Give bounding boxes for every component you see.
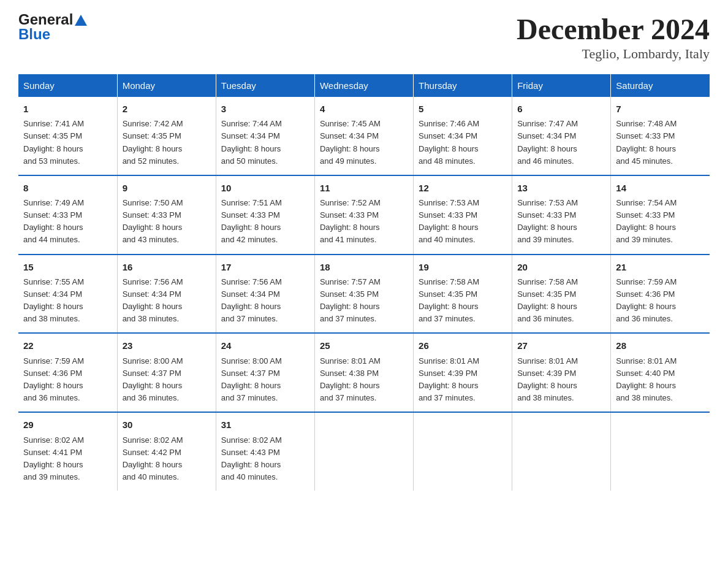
calendar-table: SundayMondayTuesdayWednesdayThursdayFrid… xyxy=(18,74,710,491)
calendar-cell: 20Sunrise: 7:58 AM Sunset: 4:35 PM Dayli… xyxy=(512,255,611,334)
day-content: Sunrise: 7:58 AM Sunset: 4:35 PM Dayligh… xyxy=(419,276,507,326)
day-content: Sunrise: 8:01 AM Sunset: 4:39 PM Dayligh… xyxy=(419,355,507,405)
day-content: Sunrise: 8:02 AM Sunset: 4:42 PM Dayligh… xyxy=(123,434,211,484)
calendar-cell: 24Sunrise: 8:00 AM Sunset: 4:37 PM Dayli… xyxy=(216,333,314,412)
calendar-cell: 6Sunrise: 7:47 AM Sunset: 4:34 PM Daylig… xyxy=(512,97,611,175)
day-number: 11 xyxy=(320,181,408,195)
header-cell-thursday: Thursday xyxy=(414,74,512,97)
logo-general: General xyxy=(18,12,87,27)
day-number: 20 xyxy=(517,260,605,274)
calendar-cell xyxy=(611,412,710,491)
day-number: 4 xyxy=(320,102,408,116)
calendar-week-4: 22Sunrise: 7:59 AM Sunset: 4:36 PM Dayli… xyxy=(18,333,710,412)
calendar-cell: 1Sunrise: 7:41 AM Sunset: 4:35 PM Daylig… xyxy=(18,97,117,175)
header-cell-tuesday: Tuesday xyxy=(216,74,314,97)
calendar-cell: 4Sunrise: 7:45 AM Sunset: 4:34 PM Daylig… xyxy=(314,97,413,175)
day-content: Sunrise: 7:59 AM Sunset: 4:36 PM Dayligh… xyxy=(23,355,112,405)
day-content: Sunrise: 8:01 AM Sunset: 4:38 PM Dayligh… xyxy=(320,355,408,405)
day-number: 19 xyxy=(419,260,507,274)
day-number: 23 xyxy=(123,339,211,353)
day-number: 26 xyxy=(419,339,507,353)
calendar-cell xyxy=(414,412,512,491)
day-number: 5 xyxy=(419,102,507,116)
calendar-cell: 23Sunrise: 8:00 AM Sunset: 4:37 PM Dayli… xyxy=(117,333,216,412)
calendar-cell: 26Sunrise: 8:01 AM Sunset: 4:39 PM Dayli… xyxy=(414,333,512,412)
calendar-cell: 10Sunrise: 7:51 AM Sunset: 4:33 PM Dayli… xyxy=(216,175,314,255)
day-number: 14 xyxy=(616,181,705,195)
day-number: 30 xyxy=(123,418,211,432)
calendar-cell: 29Sunrise: 8:02 AM Sunset: 4:41 PM Dayli… xyxy=(18,412,117,491)
calendar-cell: 25Sunrise: 8:01 AM Sunset: 4:38 PM Dayli… xyxy=(314,333,413,412)
day-number: 25 xyxy=(320,339,408,353)
day-number: 24 xyxy=(221,339,309,353)
calendar-cell xyxy=(314,412,413,491)
calendar-cell: 11Sunrise: 7:52 AM Sunset: 4:33 PM Dayli… xyxy=(314,175,413,255)
calendar-cell: 12Sunrise: 7:53 AM Sunset: 4:33 PM Dayli… xyxy=(414,175,512,255)
calendar-cell: 22Sunrise: 7:59 AM Sunset: 4:36 PM Dayli… xyxy=(18,333,117,412)
day-number: 27 xyxy=(517,339,605,353)
day-number: 12 xyxy=(419,181,507,195)
day-number: 10 xyxy=(221,181,309,195)
calendar-header: SundayMondayTuesdayWednesdayThursdayFrid… xyxy=(18,74,710,97)
day-content: Sunrise: 7:52 AM Sunset: 4:33 PM Dayligh… xyxy=(320,197,408,247)
day-number: 6 xyxy=(517,102,605,116)
page-subtitle: Teglio, Lombardy, Italy xyxy=(517,46,710,62)
day-content: Sunrise: 7:45 AM Sunset: 4:34 PM Dayligh… xyxy=(320,118,408,167)
calendar-cell: 7Sunrise: 7:48 AM Sunset: 4:33 PM Daylig… xyxy=(611,97,710,175)
page-title: December 2024 xyxy=(517,12,710,46)
header-cell-friday: Friday xyxy=(512,74,611,97)
header-cell-sunday: Sunday xyxy=(18,74,117,97)
day-content: Sunrise: 7:41 AM Sunset: 4:35 PM Dayligh… xyxy=(23,118,112,167)
calendar-week-5: 29Sunrise: 8:02 AM Sunset: 4:41 PM Dayli… xyxy=(18,412,710,491)
calendar-cell: 16Sunrise: 7:56 AM Sunset: 4:34 PM Dayli… xyxy=(117,255,216,334)
day-content: Sunrise: 8:00 AM Sunset: 4:37 PM Dayligh… xyxy=(123,355,211,405)
day-content: Sunrise: 7:56 AM Sunset: 4:34 PM Dayligh… xyxy=(221,276,309,326)
calendar-cell: 5Sunrise: 7:46 AM Sunset: 4:34 PM Daylig… xyxy=(414,97,512,175)
day-content: Sunrise: 7:46 AM Sunset: 4:34 PM Dayligh… xyxy=(419,118,507,167)
calendar-cell: 31Sunrise: 8:02 AM Sunset: 4:43 PM Dayli… xyxy=(216,412,314,491)
calendar-cell: 19Sunrise: 7:58 AM Sunset: 4:35 PM Dayli… xyxy=(414,255,512,334)
day-content: Sunrise: 8:01 AM Sunset: 4:40 PM Dayligh… xyxy=(616,355,705,405)
calendar-cell: 18Sunrise: 7:57 AM Sunset: 4:35 PM Dayli… xyxy=(314,255,413,334)
day-number: 15 xyxy=(23,260,112,274)
calendar-cell: 15Sunrise: 7:55 AM Sunset: 4:34 PM Dayli… xyxy=(18,255,117,334)
calendar-cell: 30Sunrise: 8:02 AM Sunset: 4:42 PM Dayli… xyxy=(117,412,216,491)
calendar-cell: 28Sunrise: 8:01 AM Sunset: 4:40 PM Dayli… xyxy=(611,333,710,412)
calendar-cell: 21Sunrise: 7:59 AM Sunset: 4:36 PM Dayli… xyxy=(611,255,710,334)
calendar-cell: 13Sunrise: 7:53 AM Sunset: 4:33 PM Dayli… xyxy=(512,175,611,255)
day-content: Sunrise: 8:00 AM Sunset: 4:37 PM Dayligh… xyxy=(221,355,309,405)
logo-area: General Blue xyxy=(18,12,87,42)
day-number: 2 xyxy=(123,102,211,116)
day-number: 1 xyxy=(23,102,112,116)
day-content: Sunrise: 8:02 AM Sunset: 4:41 PM Dayligh… xyxy=(23,434,112,484)
calendar-week-1: 1Sunrise: 7:41 AM Sunset: 4:35 PM Daylig… xyxy=(18,97,710,175)
day-number: 13 xyxy=(517,181,605,195)
day-number: 29 xyxy=(23,418,112,432)
title-area: December 2024 Teglio, Lombardy, Italy xyxy=(517,12,710,62)
day-number: 8 xyxy=(23,181,112,195)
calendar-body: 1Sunrise: 7:41 AM Sunset: 4:35 PM Daylig… xyxy=(18,97,710,491)
calendar-week-3: 15Sunrise: 7:55 AM Sunset: 4:34 PM Dayli… xyxy=(18,255,710,334)
day-content: Sunrise: 7:53 AM Sunset: 4:33 PM Dayligh… xyxy=(517,197,605,247)
calendar-cell: 2Sunrise: 7:42 AM Sunset: 4:35 PM Daylig… xyxy=(117,97,216,175)
day-number: 31 xyxy=(221,418,309,432)
day-content: Sunrise: 7:54 AM Sunset: 4:33 PM Dayligh… xyxy=(616,197,705,247)
day-content: Sunrise: 7:59 AM Sunset: 4:36 PM Dayligh… xyxy=(616,276,705,326)
day-number: 7 xyxy=(616,102,705,116)
day-number: 18 xyxy=(320,260,408,274)
day-content: Sunrise: 7:42 AM Sunset: 4:35 PM Dayligh… xyxy=(123,118,211,167)
header-cell-wednesday: Wednesday xyxy=(314,74,413,97)
header-cell-saturday: Saturday xyxy=(611,74,710,97)
day-content: Sunrise: 7:58 AM Sunset: 4:35 PM Dayligh… xyxy=(517,276,605,326)
day-content: Sunrise: 7:56 AM Sunset: 4:34 PM Dayligh… xyxy=(123,276,211,326)
day-number: 9 xyxy=(123,181,211,195)
day-content: Sunrise: 7:49 AM Sunset: 4:33 PM Dayligh… xyxy=(23,197,112,247)
calendar-week-2: 8Sunrise: 7:49 AM Sunset: 4:33 PM Daylig… xyxy=(18,175,710,255)
day-number: 3 xyxy=(221,102,309,116)
day-content: Sunrise: 7:57 AM Sunset: 4:35 PM Dayligh… xyxy=(320,276,408,326)
calendar-cell: 9Sunrise: 7:50 AM Sunset: 4:33 PM Daylig… xyxy=(117,175,216,255)
day-content: Sunrise: 7:50 AM Sunset: 4:33 PM Dayligh… xyxy=(123,197,211,247)
header-cell-monday: Monday xyxy=(117,74,216,97)
logo: General Blue xyxy=(18,12,87,42)
page-header: General Blue December 2024 Teglio, Lomba… xyxy=(18,12,710,62)
